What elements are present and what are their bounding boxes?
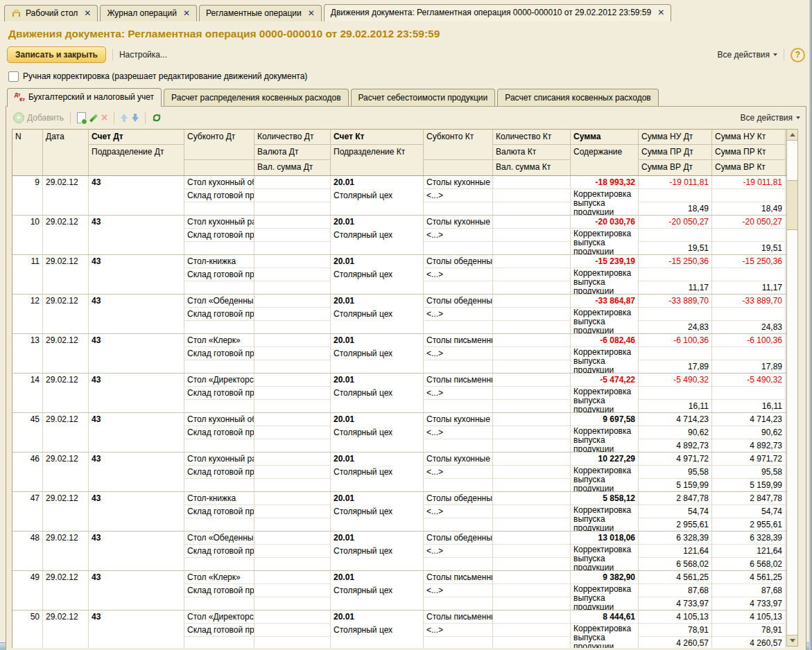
- window-tab-label: Журнал операций: [107, 8, 177, 18]
- amount-sum: -6 082,46Корректировка выпуска продукции: [571, 334, 639, 373]
- refresh-button[interactable]: [152, 113, 162, 123]
- table-row[interactable]: 4929.02.1243Стол «Клерк»Склад готовой пр…: [12, 571, 786, 611]
- credit-qty: [493, 571, 571, 610]
- table-row[interactable]: 1229.02.1243Стол «ОбеденныйСклад готовой…: [12, 295, 786, 334]
- table-row[interactable]: 4829.02.1243Стол «ОбеденныйСклад готовой…: [12, 532, 786, 571]
- col-n: N: [12, 130, 43, 175]
- close-icon[interactable]: ✕: [308, 8, 315, 18]
- credit-department: Столярный цех: [331, 426, 423, 439]
- entry-content: Корректировка выпуска продукции: [571, 426, 638, 452]
- close-icon[interactable]: ✕: [84, 8, 91, 18]
- row-number: 47: [12, 492, 43, 531]
- delete-button[interactable]: ×: [101, 113, 107, 123]
- tab-product-cost-calc[interactable]: Расчет себестоимости продукции: [351, 89, 496, 106]
- credit-account: 20.01Столярный цех: [331, 374, 424, 412]
- amount-nu-kt: -20 050,2719,51: [712, 216, 786, 254]
- save-close-button[interactable]: Записать и закрыть: [7, 46, 106, 63]
- amount-nu-dt: -15 250,3611,17: [639, 255, 712, 294]
- window-tab-desktop[interactable]: Рабочий стол ✕: [4, 5, 98, 21]
- debit-subconto: Стол кухонный обСклад готовой пр: [184, 413, 254, 452]
- copy-button[interactable]: [77, 112, 86, 123]
- table-row[interactable]: 1429.02.1243Стол «ДиректорсСклад готовой…: [12, 374, 786, 413]
- scrollbar-thumb[interactable]: [786, 180, 798, 230]
- tab-accounting-tax[interactable]: ДтКт Бухгалтерский и налоговый учет: [7, 88, 162, 107]
- credit-qty: [493, 216, 571, 254]
- edit-button[interactable]: [90, 114, 97, 123]
- settings-link[interactable]: Настройка...: [119, 50, 167, 60]
- credit-subconto: Столы кухонные<...>: [424, 176, 493, 215]
- entry-content: Корректировка выпуска продукции: [571, 545, 638, 570]
- row-number: 48: [12, 532, 43, 570]
- amount-nu-kt: -19 011,8118,49: [712, 176, 786, 215]
- separator: [114, 112, 114, 124]
- delete-icon: ×: [101, 113, 107, 123]
- move-down-icon: [132, 114, 139, 122]
- col-subconto-kt-extra: [424, 160, 493, 175]
- table-row[interactable]: 1029.02.1243Стол кухонный раСклад готово…: [12, 216, 786, 255]
- window-tab-journal[interactable]: Журнал операций ✕: [100, 5, 197, 21]
- credit-qty: [493, 453, 571, 491]
- credit-subconto: Столы обеденные<...>: [424, 255, 493, 294]
- debit-subconto: Стол «ДиректорсСклад готовой пр: [184, 611, 254, 648]
- debit-subconto: Стол кухонный обСклад готовой пр: [184, 176, 254, 215]
- debit-account: 43: [89, 295, 184, 333]
- credit-subconto: Столы письменны<...>: [424, 374, 493, 412]
- debit-account: 43: [89, 413, 184, 452]
- all-actions-button[interactable]: Все действия: [718, 50, 777, 60]
- debit-qty: [254, 216, 331, 254]
- credit-subconto: Столы обеденные<...>: [424, 532, 493, 570]
- row-date: 29.02.12: [43, 334, 89, 373]
- debit-subconto: Стол кухонный раСклад готовой пр: [184, 216, 254, 254]
- table-row[interactable]: 4529.02.1243Стол кухонный обСклад готово…: [12, 413, 786, 453]
- entry-content: Корректировка выпуска продукции: [571, 189, 638, 215]
- row-number: 13: [12, 334, 43, 373]
- scroll-up-button[interactable]: [787, 130, 797, 141]
- add-button[interactable]: + Добавить: [13, 112, 64, 123]
- scrollbar-track[interactable]: [787, 141, 797, 635]
- debit-qty: [254, 492, 331, 531]
- move-down-button[interactable]: [132, 114, 139, 122]
- table-row[interactable]: 1129.02.1243Стол-книжкаСклад готовой пр2…: [12, 255, 786, 295]
- table-row[interactable]: 4729.02.1243Стол-книжкаСклад готовой пр2…: [12, 492, 786, 532]
- debit-account: 43: [89, 571, 184, 610]
- move-up-button[interactable]: [121, 114, 128, 122]
- debit-qty: [254, 295, 331, 333]
- table-row[interactable]: 1329.02.1243Стол «Клерк»Склад готовой пр…: [12, 334, 786, 374]
- scroll-down-button[interactable]: [787, 635, 797, 646]
- tab-indirect-cost-writeoff[interactable]: Расчет списания косвенных расходов: [497, 89, 658, 106]
- help-button[interactable]: ?: [791, 48, 805, 62]
- col-department-dt: Подразделение Дт: [89, 145, 184, 175]
- amount-sum: -33 864,87Корректировка выпуска продукци…: [571, 295, 639, 333]
- separator: [112, 49, 113, 61]
- col-account-kt: Счет Кт: [331, 130, 424, 145]
- window-tab-document-movements[interactable]: Движения документа: Регламентная операци…: [324, 4, 671, 21]
- debit-qty: [254, 532, 331, 570]
- debit-account: 43: [89, 255, 184, 294]
- debit-qty: [254, 176, 331, 215]
- vertical-scrollbar[interactable]: [786, 129, 798, 647]
- close-icon[interactable]: ✕: [183, 8, 190, 18]
- col-currency-sum-dt: Вал. сумма Дт: [254, 160, 331, 175]
- amount-sum: -15 239,19Корректировка выпуска продукци…: [571, 255, 639, 294]
- col-sum: Сумма: [571, 130, 639, 145]
- manual-adjustment-checkbox[interactable]: [8, 71, 19, 82]
- col-subconto-kt: Субконто Кт: [424, 130, 493, 160]
- table-row[interactable]: 4629.02.1243Стол кухонный раСклад готово…: [12, 453, 786, 492]
- refresh-icon: [152, 113, 162, 123]
- entry-content: Корректировка выпуска продукции: [571, 624, 638, 648]
- movements-table: N Дата Счет Дт Подразделение Дт Субконто…: [12, 129, 802, 648]
- credit-subconto: Столы обеденные<...>: [424, 295, 493, 333]
- debit-qty: [254, 255, 331, 294]
- credit-subconto: Столы кухонные<...>: [424, 453, 493, 491]
- tab-indirect-cost-allocation[interactable]: Расчет распределения косвенных расходов: [164, 89, 348, 106]
- close-icon[interactable]: ✕: [657, 8, 664, 17]
- col-content: Содержание: [571, 145, 639, 175]
- command-bar: Записать и закрыть Настройка... Все дейс…: [7, 45, 805, 64]
- app-window: Рабочий стол ✕ Журнал операций ✕ Регламе…: [0, 0, 812, 650]
- credit-qty: [493, 176, 571, 215]
- page-title: Движения документа: Регламентная операци…: [8, 28, 812, 40]
- window-tab-routine-ops[interactable]: Регламентные операции ✕: [199, 5, 322, 21]
- table-row[interactable]: 929.02.1243Стол кухонный обСклад готовой…: [12, 176, 786, 216]
- table-row[interactable]: 5029.02.1243Стол «ДиректорсСклад готовой…: [12, 611, 786, 648]
- table-all-actions-button[interactable]: Все действия: [741, 113, 800, 123]
